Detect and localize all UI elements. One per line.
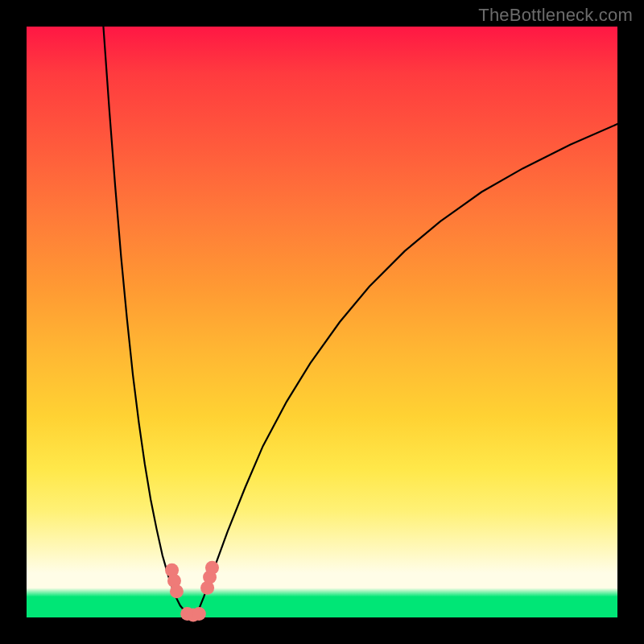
- right-branch-curve: [192, 124, 617, 617]
- left-branch-curve: [103, 27, 192, 617]
- plot-area: [27, 27, 617, 617]
- marker-group: [165, 561, 219, 622]
- watermark-text: TheBottleneck.com: [478, 5, 633, 26]
- data-marker: [205, 561, 219, 575]
- data-marker: [192, 607, 206, 621]
- chart-frame: TheBottleneck.com: [0, 0, 644, 644]
- data-marker: [170, 584, 184, 598]
- chart-svg: [27, 27, 617, 617]
